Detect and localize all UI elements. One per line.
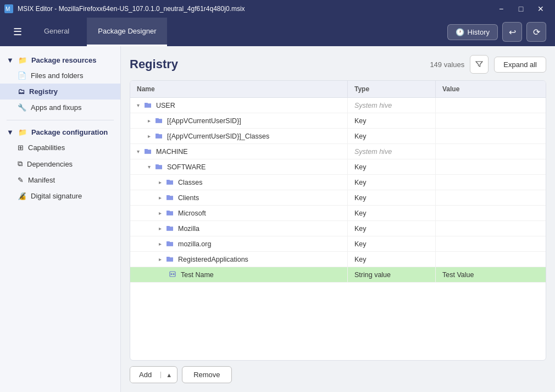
sidebar: ▼ 📁 Package resources 📄 Files and folder… [0, 46, 121, 392]
registry-table: Name Type Value ▾USERSystem hive▸[{AppVC… [130, 80, 546, 361]
table-row[interactable]: ▸mozilla.orgKey [130, 236, 546, 252]
table-cell-value [436, 98, 546, 113]
table-row[interactable]: ▸RegisteredApplicationsKey [130, 252, 546, 267]
chevron-icon[interactable]: ▸ [159, 256, 162, 262]
titlebar-title: MSIX Editor - MozillaFirefoxx64en-US_107… [18, 5, 245, 13]
sidebar-item-label-apps-fixups: Apps and fixups [31, 103, 82, 112]
manifest-icon: ✎ [18, 176, 24, 184]
undo-button[interactable]: ↩ [502, 22, 522, 42]
titlebar: M MSIX Editor - MozillaFirefoxx64en-US_1… [0, 0, 555, 18]
sidebar-item-apps-fixups[interactable]: 🔧 Apps and fixups [0, 100, 120, 115]
chevron-icon[interactable]: ▸ [148, 133, 151, 139]
table-cell-name: ▸Clients [130, 190, 348, 205]
table-row[interactable]: ▸ClientsKey [130, 190, 546, 206]
main-layout: ▼ 📁 Package resources 📄 Files and folder… [0, 46, 555, 392]
table-row[interactable]: Test NameString valueTest Value [130, 267, 546, 283]
table-cell-value [436, 190, 546, 205]
table-body: ▾USERSystem hive▸[{AppVCurrentUserSID}]K… [130, 98, 546, 360]
folder-icon [166, 240, 174, 249]
folder-icon [166, 178, 174, 187]
close-button[interactable]: ✕ [531, 0, 551, 18]
expand-all-button[interactable]: Expand all [494, 57, 546, 73]
add-dropdown-button[interactable]: ▲ [160, 372, 177, 378]
sidebar-group-label-package-configuration: Package configuration [31, 128, 108, 136]
hamburger-menu[interactable]: ☰ [9, 24, 26, 40]
sidebar-item-label-dependencies: Dependencies [27, 160, 73, 168]
sidebar-group-header-package-configuration[interactable]: ▼ 📁 Package configuration [0, 125, 120, 140]
sidebar-group-package-configuration: ▼ 📁 Package configuration ⊞ Capabilities… [0, 125, 120, 204]
table-cell-type: Key [348, 129, 436, 143]
table-cell-name: ▸Microsoft [130, 206, 348, 220]
add-button[interactable]: Add [130, 367, 160, 383]
table-cell-value: Test Value [436, 267, 546, 282]
table-cell-name: Test Name [130, 267, 348, 282]
filter-button[interactable] [470, 55, 489, 74]
svg-point-4 [173, 273, 175, 275]
table-cell-type: System hive [348, 98, 436, 113]
tab-package-designer[interactable]: Package Designer [87, 18, 167, 46]
cell-name-text: MACHINE [156, 148, 188, 156]
table-row[interactable]: ▾USERSystem hive [130, 98, 546, 113]
chevron-icon[interactable]: ▸ [159, 241, 162, 247]
sidebar-item-manifest[interactable]: ✎ Manifest [0, 172, 120, 188]
table-cell-name: ▾SOFTWARE [130, 159, 348, 174]
table-row[interactable]: ▸MicrosoftKey [130, 206, 546, 221]
sidebar-item-label-registry: Registry [29, 87, 58, 96]
chevron-icon[interactable]: ▸ [159, 225, 162, 231]
cell-name-text: Clients [178, 194, 199, 202]
table-cell-name: ▸mozilla.org [130, 236, 348, 251]
settings-button[interactable]: ⟳ [526, 22, 546, 42]
folder-icon [166, 224, 174, 233]
history-label: History [468, 28, 490, 36]
table-cell-name: ▾USER [130, 98, 348, 113]
history-button[interactable]: 🕐 History [447, 24, 498, 40]
folder-icon [166, 194, 174, 202]
chevron-icon[interactable]: ▸ [159, 195, 162, 201]
content-header-right: 149 values Expand all [430, 55, 546, 74]
chevron-icon[interactable]: ▾ [137, 148, 140, 154]
sidebar-item-capabilities[interactable]: ⊞ Capabilities [0, 140, 120, 156]
table-row[interactable]: ▸[{AppVCurrentUserSID}]Key [130, 113, 546, 129]
table-row[interactable]: ▸ClassesKey [130, 175, 546, 190]
chevron-icon[interactable]: ▸ [159, 210, 162, 216]
table-row[interactable]: ▾SOFTWAREKey [130, 159, 546, 175]
col-header-name: Name [130, 81, 348, 97]
sidebar-item-digital-signature[interactable]: 🔏 Digital signature [0, 188, 120, 204]
sidebar-item-dependencies[interactable]: ⧉ Dependencies [0, 156, 120, 172]
svg-text:M: M [5, 6, 10, 12]
topnav: ☰ General Package Designer 🕐 History ↩ ⟳ [0, 18, 555, 46]
table-cell-type: System hive [348, 144, 436, 159]
folder-icon [166, 255, 174, 264]
table-cell-type: Key [348, 221, 436, 236]
cell-name-text: mozilla.org [178, 240, 211, 248]
sidebar-group-header-package-resources[interactable]: ▼ 📁 Package resources [0, 53, 120, 68]
remove-button[interactable]: Remove [182, 366, 231, 383]
sidebar-item-label-digital-signature: Digital signature [31, 192, 82, 200]
history-clock-icon: 🕐 [456, 28, 464, 36]
tab-general[interactable]: General [33, 18, 80, 46]
table-cell-type: String value [348, 267, 436, 282]
table-row[interactable]: ▾MACHINESystem hive [130, 144, 546, 159]
chevron-icon[interactable]: ▸ [159, 179, 162, 185]
sidebar-group-label-package-resources: Package resources [31, 56, 97, 64]
sidebar-item-label-files-folders: Files and folders [31, 71, 83, 80]
table-cell-value [436, 144, 546, 159]
minimize-button[interactable]: − [491, 0, 511, 18]
topnav-right: 🕐 History ↩ ⟳ [447, 22, 546, 42]
sidebar-item-files-folders[interactable]: 📄 Files and folders [0, 68, 120, 84]
sidebar-item-registry[interactable]: 🗂 Registry [0, 84, 120, 100]
table-cell-type: Key [348, 252, 436, 267]
table-row[interactable]: ▸[{AppVCurrentUserSID}]_ClassesKey [130, 129, 546, 144]
table-cell-type: Key [348, 175, 436, 190]
cell-name-text: Mozilla [178, 225, 199, 233]
table-row[interactable]: ▸MozillaKey [130, 221, 546, 236]
chevron-icon[interactable]: ▾ [137, 102, 140, 108]
add-button-group: Add ▲ [130, 366, 177, 383]
table-cell-name: ▾MACHINE [130, 144, 348, 159]
maximize-button[interactable]: □ [511, 0, 531, 18]
folder-icon [155, 132, 163, 141]
chevron-icon[interactable]: ▸ [148, 118, 151, 124]
chevron-icon[interactable]: ▾ [148, 164, 151, 170]
col-header-type: Type [348, 81, 436, 97]
cell-name-text: USER [156, 102, 175, 109]
